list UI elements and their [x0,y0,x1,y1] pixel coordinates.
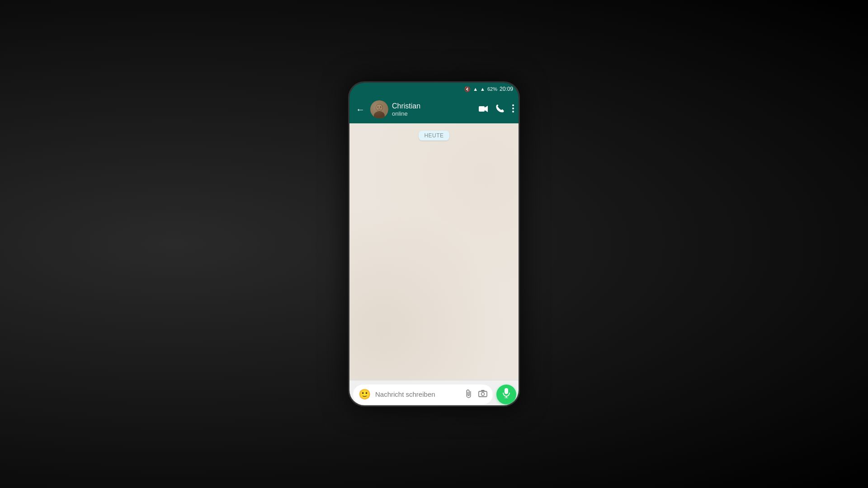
more-options-button[interactable] [512,104,514,115]
svg-point-9 [512,108,514,109]
svg-point-2 [374,111,385,118]
wifi-icon: ▲ [480,86,485,92]
status-time: 20:09 [500,86,513,92]
svg-point-5 [380,107,381,108]
svg-point-1 [376,104,383,111]
svg-rect-13 [505,388,508,394]
svg-point-3 [376,104,382,111]
emoji-button[interactable]: 🙂 [359,389,371,400]
attach-button[interactable] [463,388,476,401]
battery-icon: 62% [487,86,497,92]
camera-button[interactable] [478,389,487,399]
date-badge: HEUTE [419,131,449,141]
chat-messages-area[interactable] [349,144,519,380]
svg-point-12 [481,393,485,396]
mic-button[interactable] [496,385,516,404]
mic-icon [503,388,510,400]
date-badge-container: HEUTE [349,123,519,144]
contact-name: Christian [392,102,475,110]
svg-marker-7 [485,106,488,112]
status-bar-icons: 🔇 ▲ ▲ 62% 20:09 [464,86,513,92]
mute-icon: 🔇 [464,86,471,92]
header-actions [479,104,514,115]
phone-call-button[interactable] [496,104,504,115]
back-button[interactable]: ← [354,103,367,117]
chat-header: ← Christian online [349,95,519,123]
contact-status: online [392,110,475,117]
message-input[interactable] [375,390,461,398]
svg-point-0 [370,100,388,118]
contact-info: Christian online [392,102,475,117]
input-container: 🙂 [353,385,493,404]
svg-rect-6 [479,106,485,112]
svg-point-8 [512,104,514,106]
chat-body: HEUTE [349,123,519,380]
phone-wrapper: 🔇 ▲ ▲ 62% 20:09 ← [348,81,520,407]
svg-point-10 [512,111,514,113]
svg-point-4 [377,107,378,108]
input-bar: 🙂 [349,380,519,407]
status-bar: 🔇 ▲ ▲ 62% 20:09 [349,83,519,95]
phone-frame: 🔇 ▲ ▲ 62% 20:09 ← [348,81,520,407]
video-call-button[interactable] [479,105,488,114]
signal-icon: ▲ [473,86,478,92]
avatar[interactable] [370,100,388,118]
